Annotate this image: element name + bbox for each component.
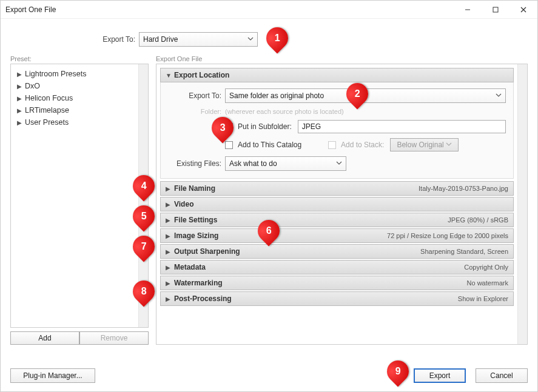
section-export-location-body: Export To: Same folder as original photo… <box>160 82 514 179</box>
add-preset-button[interactable]: Add <box>10 331 79 345</box>
footer-row: Plug-in Manager... Export Cancel <box>10 368 528 383</box>
chevron-down-icon <box>336 159 342 168</box>
triangle-right-icon: ▶ <box>166 185 172 192</box>
titlebar: Export One File <box>1 1 537 19</box>
triangle-right-icon: ▶ <box>17 119 22 126</box>
section-video[interactable]: ▶ Video <box>160 197 514 211</box>
minimize-button[interactable] <box>454 1 482 19</box>
add-to-catalog-label: Add to This Catalog <box>238 141 301 149</box>
export-to-row: Export To: Hard Drive <box>10 32 528 47</box>
triangle-right-icon: ▶ <box>166 248 172 255</box>
preset-button-row: Add Remove <box>10 331 149 345</box>
add-to-catalog-checkbox[interactable] <box>225 141 233 149</box>
section-title: Export Location <box>174 71 229 79</box>
existing-files-label: Existing Files: <box>168 159 225 168</box>
section-output-sharpening[interactable]: ▶ Output Sharpening Sharpening Standard,… <box>160 244 514 259</box>
settings-column: Export One File ▼ Export Location Export… <box>156 55 528 345</box>
preset-item[interactable]: ▶Lightroom Presets <box>11 68 148 80</box>
add-to-stack-label: Add to Stack: <box>341 141 384 149</box>
columns: Preset: ▶Lightroom Presets ▶DxO ▶Helicon… <box>10 55 528 345</box>
export-to-label: Export To: <box>10 35 139 44</box>
settings-label: Export One File <box>156 55 528 62</box>
preset-item[interactable]: ▶Helicon Focus <box>11 92 148 104</box>
loc-export-to-label: Export To: <box>168 91 225 100</box>
stack-position-dropdown: Below Original <box>390 138 459 151</box>
triangle-right-icon: ▶ <box>166 264 172 271</box>
triangle-right-icon: ▶ <box>17 83 22 90</box>
cancel-button[interactable]: Cancel <box>476 368 528 383</box>
window-title: Export One File <box>5 5 56 14</box>
settings-inner: ▼ Export Location Export To: Same folder… <box>160 68 514 307</box>
section-export-location-header[interactable]: ▼ Export Location <box>160 68 514 82</box>
triangle-right-icon: ▶ <box>17 107 22 114</box>
folder-label: Folder: <box>168 108 225 115</box>
remove-preset-button[interactable]: Remove <box>79 331 149 345</box>
export-to-value: Hard Drive <box>143 35 178 44</box>
settings-panel: ▼ Export Location Export To: Same folder… <box>156 64 528 345</box>
section-file-naming[interactable]: ▶ File Naming Italy-May-2019-0753-Pano.j… <box>160 181 514 196</box>
add-to-catalog-group[interactable]: Add to This Catalog <box>225 141 328 149</box>
preset-label: Preset: <box>10 55 149 62</box>
preset-list[interactable]: ▶Lightroom Presets ▶DxO ▶Helicon Focus ▶… <box>10 64 149 328</box>
window-buttons <box>454 1 537 19</box>
close-button[interactable] <box>509 1 537 19</box>
folder-hint: (wherever each source photo is located) <box>225 108 344 115</box>
export-button[interactable]: Export <box>414 368 466 383</box>
triangle-right-icon: ▶ <box>17 71 22 78</box>
preset-item[interactable]: ▶LRTimelapse <box>11 104 148 116</box>
preset-column: Preset: ▶Lightroom Presets ▶DxO ▶Helicon… <box>10 55 149 345</box>
scrollbar[interactable] <box>517 64 527 344</box>
section-metadata[interactable]: ▶ Metadata Copyright Only <box>160 260 514 274</box>
svg-rect-1 <box>493 7 498 12</box>
triangle-right-icon: ▶ <box>166 201 172 208</box>
put-in-subfolder-label: Put in Subfolder: <box>238 122 292 131</box>
export-to-dropdown[interactable]: Hard Drive <box>139 32 258 47</box>
footer-right-buttons: Export Cancel <box>414 368 528 383</box>
triangle-right-icon: ▶ <box>17 95 22 102</box>
triangle-right-icon: ▶ <box>166 217 172 224</box>
triangle-right-icon: ▶ <box>166 296 172 302</box>
add-to-stack-checkbox <box>328 141 336 149</box>
triangle-down-icon: ▼ <box>166 72 172 79</box>
triangle-right-icon: ▶ <box>166 233 172 239</box>
scrollbar[interactable] <box>138 64 148 327</box>
chevron-down-icon <box>247 35 254 44</box>
loc-export-to-dropdown[interactable]: Same folder as original photo <box>225 88 506 103</box>
chevron-down-icon <box>446 141 452 149</box>
put-in-subfolder-checkbox[interactable] <box>225 123 233 131</box>
triangle-right-icon: ▶ <box>166 280 172 287</box>
section-watermarking[interactable]: ▶ Watermarking No watermark <box>160 276 514 290</box>
section-image-sizing[interactable]: ▶ Image Sizing 72 ppi / Resize Long Edge… <box>160 228 514 243</box>
chevron-down-icon <box>496 91 502 100</box>
export-dialog: Export One File Export To: Hard Drive Pr… <box>0 0 538 392</box>
preset-item[interactable]: ▶DxO <box>11 80 148 92</box>
section-file-settings[interactable]: ▶ File Settings JPEG (80%) / sRGB <box>160 213 514 227</box>
subfolder-input[interactable]: JPEG <box>298 120 506 133</box>
dialog-body: Export To: Hard Drive Preset: ▶Lightroom… <box>1 19 537 391</box>
subfolder-checkbox-group[interactable]: Put in Subfolder: <box>225 122 292 131</box>
section-post-processing[interactable]: ▶ Post-Processing Show in Explorer <box>160 291 514 306</box>
preset-item[interactable]: ▶User Presets <box>11 116 148 128</box>
existing-files-dropdown[interactable]: Ask what to do <box>225 156 346 171</box>
maximize-button[interactable] <box>482 1 509 19</box>
plugin-manager-button[interactable]: Plug-in Manager... <box>10 368 95 383</box>
add-to-stack-group: Add to Stack: <box>328 141 384 149</box>
